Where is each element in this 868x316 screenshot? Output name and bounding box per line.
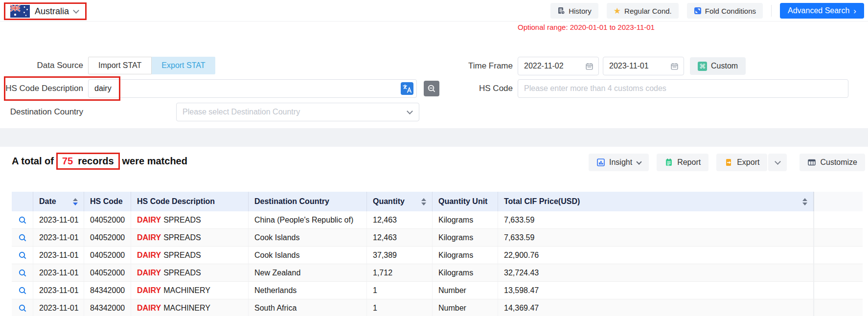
- cell-hs-code: 04052000: [84, 264, 131, 281]
- magnifier-icon: [18, 304, 27, 313]
- date-end-input[interactable]: 2023-11-01: [603, 57, 684, 75]
- cell-date: 2023-11-01: [33, 247, 84, 264]
- table-row: 2023-11-01 04052000 DAIRYSPREADS Cook Is…: [12, 229, 863, 247]
- custom-label: Custom: [711, 62, 738, 70]
- cell-extra: [814, 299, 863, 316]
- keyword-highlight: DAIRY: [137, 286, 161, 295]
- cell-hs-code: 84342000: [84, 282, 131, 299]
- keyword-highlight: DAIRY: [137, 269, 161, 277]
- cell-extra: [814, 282, 863, 299]
- translate-icon[interactable]: [401, 82, 413, 95]
- column-label: Total CIF Price(USD): [504, 197, 580, 206]
- cell-date: 2023-11-01: [33, 211, 84, 228]
- cell-unit: Number: [433, 282, 498, 299]
- sort-icons[interactable]: [73, 198, 78, 205]
- insight-label: Insight: [609, 158, 632, 167]
- summary-prefix: A total of: [12, 156, 54, 167]
- dest-country-select[interactable]: Please select Destination Country: [176, 103, 419, 121]
- hs-desc-field: [88, 79, 417, 98]
- header-total-cif[interactable]: Total CIF Price(USD): [498, 192, 814, 211]
- divider: [771, 5, 772, 17]
- annotation-box-records: 75 records: [56, 153, 120, 170]
- desc-rest: SPREADS: [163, 269, 201, 277]
- row-detail-button[interactable]: [18, 304, 27, 313]
- chevron-down-icon: [73, 7, 79, 14]
- report-button[interactable]: Report: [657, 154, 708, 171]
- custom-button[interactable]: ⌘ Custom: [690, 57, 746, 75]
- records-count: 75: [62, 156, 73, 167]
- sort-icons[interactable]: [802, 198, 807, 205]
- cell-country: Netherlands: [249, 282, 367, 299]
- cell-quantity: 1: [367, 299, 433, 316]
- keyword-highlight: DAIRY: [137, 251, 161, 260]
- cell-extra: [814, 247, 863, 264]
- table-row: 2023-11-01 84342000 DAIRYMACHINERY South…: [12, 299, 863, 316]
- results-table: Date HS Code HS Code Description Destina…: [12, 192, 863, 316]
- time-frame-label: Time Frame: [430, 61, 513, 71]
- country-selector[interactable]: Australia: [4, 2, 87, 20]
- header-quantity[interactable]: Quantity: [367, 192, 433, 211]
- history-button[interactable]: History: [550, 3, 598, 19]
- calendar-icon: [670, 62, 679, 70]
- row-detail-button[interactable]: [18, 216, 27, 225]
- cell-country: Cook Islands: [249, 229, 367, 246]
- header-dest-country[interactable]: Destination Country: [249, 192, 367, 211]
- export-button[interactable]: Export: [716, 154, 767, 171]
- cell-country: China (People's Republic of): [249, 211, 367, 228]
- cell-hs-desc: DAIRYSPREADS: [131, 264, 249, 281]
- cell-date: 2023-11-01: [33, 299, 84, 316]
- results-summary: A total of 75 records were matched: [12, 153, 187, 170]
- header-quantity-unit[interactable]: Quantity Unit: [433, 192, 498, 211]
- tab-export-stat[interactable]: Export STAT: [152, 57, 215, 74]
- header-extra: [814, 192, 863, 211]
- row-detail-button[interactable]: [18, 269, 27, 277]
- report-label: Report: [677, 158, 701, 167]
- sort-icons[interactable]: [421, 198, 426, 205]
- tab-import-stat[interactable]: Import STAT: [88, 57, 152, 74]
- cell-hs-code: 04052000: [84, 229, 131, 246]
- row-detail-button[interactable]: [18, 233, 27, 242]
- search-form: Optional range: 2020-01-01 to 2023-11-01…: [0, 22, 868, 128]
- insight-icon: [596, 158, 605, 167]
- dest-country-label: Destination Country: [0, 107, 83, 117]
- insight-button[interactable]: Insight: [589, 154, 649, 171]
- row-detail-button[interactable]: [18, 251, 27, 260]
- header-hs-desc[interactable]: HS Code Description: [131, 192, 249, 211]
- fold-conditions-button[interactable]: Fold Conditions: [687, 3, 763, 19]
- dest-country-placeholder: Please select Destination Country: [183, 108, 300, 116]
- table-row: 2023-11-01 84342000 DAIRYMACHINERY Nethe…: [12, 282, 863, 299]
- table-row: 2023-11-01 04052000 DAIRYSPREADS China (…: [12, 211, 863, 229]
- desc-rest: SPREADS: [163, 251, 201, 260]
- magnifier-icon: [18, 269, 27, 277]
- cell-unit: Kilograms: [433, 247, 498, 264]
- export-icon: [724, 158, 733, 167]
- cell-date: 2023-11-01: [33, 264, 84, 281]
- header-date[interactable]: Date: [33, 192, 84, 211]
- advanced-search-label: Advanced Search: [788, 6, 849, 15]
- date-start-input[interactable]: 2022-11-02: [518, 57, 599, 75]
- cell-quantity: 12,463: [367, 229, 433, 246]
- keyword-highlight: DAIRY: [137, 304, 161, 313]
- advanced-search-button[interactable]: Advanced Search ›: [780, 3, 864, 19]
- hs-code-input[interactable]: [518, 79, 848, 98]
- export-dropdown-button[interactable]: [768, 154, 787, 171]
- cell-price: 7,633.59: [498, 211, 814, 228]
- cell-price: 7,633.59: [498, 229, 814, 246]
- customize-button[interactable]: Customize: [799, 154, 865, 171]
- header-hs-code[interactable]: HS Code: [84, 192, 131, 211]
- hs-desc-input[interactable]: [88, 79, 417, 98]
- date-start-value: 2022-11-02: [524, 62, 564, 70]
- magnifier-icon: [18, 233, 27, 242]
- australia-flag-icon: [10, 5, 30, 18]
- row-detail-button[interactable]: [18, 286, 27, 295]
- cell-quantity: 37,389: [367, 247, 433, 264]
- cell-quantity: 12,463: [367, 211, 433, 228]
- country-name: Australia: [35, 6, 69, 17]
- chevron-down-icon: [636, 159, 641, 164]
- summary-suffix: were matched: [122, 156, 187, 167]
- desc-rest: MACHINERY: [163, 304, 210, 313]
- cell-price: 32,724.43: [498, 264, 814, 281]
- date-end-value: 2023-11-01: [609, 62, 649, 70]
- table-row: 2023-11-01 04052000 DAIRYSPREADS New Zea…: [12, 264, 863, 282]
- regular-cond-button[interactable]: ★ Regular Cond.: [607, 3, 679, 19]
